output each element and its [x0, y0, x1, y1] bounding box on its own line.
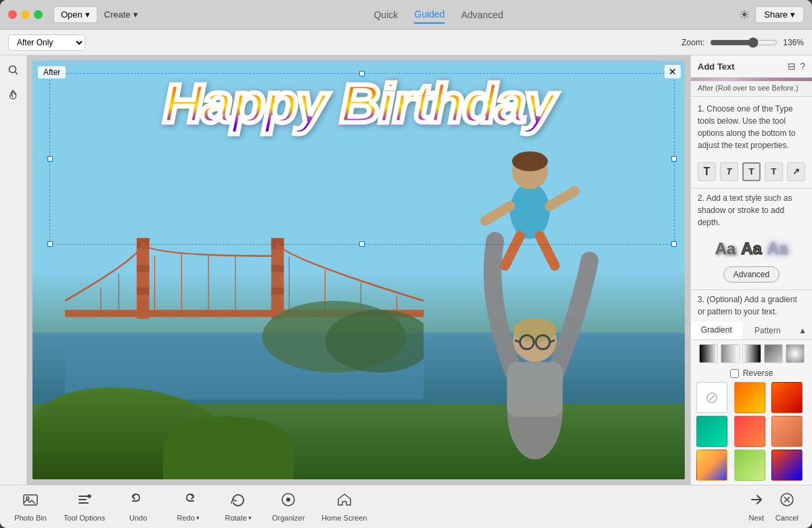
chevron-down-icon: ▾ — [790, 9, 795, 20]
type-tool-2[interactable]: T — [720, 162, 738, 181]
maximize-button[interactable] — [34, 10, 43, 19]
bw-gradient-row — [691, 340, 812, 367]
close-button[interactable] — [8, 10, 17, 19]
photo-bin-icon — [22, 491, 39, 512]
swatch-peach[interactable] — [771, 416, 803, 447]
hand-tool-icon[interactable] — [4, 85, 23, 104]
view-select[interactable]: After Only Before Only Before & After — [8, 34, 85, 51]
handle-bl[interactable] — [47, 241, 53, 247]
tab-pattern[interactable]: Pattern — [742, 322, 794, 339]
sun-icon[interactable]: ☀ — [739, 7, 750, 22]
panel-minimize-button[interactable]: ⊟ — [788, 61, 796, 72]
reverse-label[interactable]: Reverse — [743, 368, 773, 378]
traffic-lights — [8, 10, 43, 19]
svg-point-46 — [286, 498, 290, 502]
panel-icon-row: ⊟ ? — [788, 61, 805, 72]
zoom-slider[interactable] — [710, 37, 777, 48]
photo-bin-tool[interactable]: Photo Bin — [14, 491, 47, 522]
undo-tool[interactable]: Undo — [121, 491, 155, 522]
cancel-button[interactable]: Cancel — [775, 491, 798, 522]
panel-help-button[interactable]: ? — [800, 61, 805, 72]
reverse-checkbox[interactable] — [730, 369, 739, 378]
swatch-yellow-green[interactable] — [734, 450, 765, 481]
svg-rect-7 — [137, 287, 150, 295]
birthday-text-container: Happy Birthday — [53, 74, 664, 133]
step2-text: 2. Add a text style such as shadow or st… — [691, 189, 812, 234]
redo-tool[interactable]: Redo ▾ — [171, 491, 205, 522]
titlebar: Open ▾ Create ▾ Quick Guided Advanced ☀ … — [0, 0, 812, 30]
share-label: Share — [764, 9, 788, 20]
bottom-tools-group: Photo Bin Tool Options — [14, 491, 748, 522]
organizer-tool[interactable]: Organizer — [271, 491, 305, 522]
rotate-icon — [230, 491, 246, 512]
home-screen-tool[interactable]: Home Screen — [321, 491, 367, 522]
main-area: After ✕ — [0, 55, 812, 485]
type-tools-row: T T T T ↗ — [691, 157, 812, 187]
gradient-thumb-5[interactable] — [786, 344, 805, 363]
handle-ml[interactable] — [47, 156, 53, 162]
reverse-row: Reverse — [691, 367, 812, 379]
minimize-button[interactable] — [21, 10, 30, 19]
tab-quick[interactable]: Quick — [374, 7, 398, 23]
gradient-thumb-2[interactable] — [721, 344, 740, 363]
type-tool-3[interactable]: T — [742, 162, 761, 181]
svg-rect-41 — [78, 496, 91, 497]
zoom-label: Zoom: — [681, 38, 704, 47]
tool-options-tool[interactable]: Tool Options — [64, 491, 105, 522]
redo-icon — [180, 491, 196, 512]
tab-advanced[interactable]: Advanced — [461, 7, 503, 23]
style-shadow[interactable]: Aa — [715, 239, 736, 258]
toolbar: After Only Before Only Before & After Zo… — [0, 30, 812, 55]
canvas-area: After ✕ — [27, 55, 690, 485]
gradient-thumb-1[interactable] — [699, 344, 718, 363]
create-button[interactable]: Create ▾ — [104, 9, 138, 20]
swatch-red-orange[interactable] — [734, 416, 765, 447]
gradient-thumb-3[interactable] — [742, 344, 761, 363]
svg-line-37 — [505, 236, 520, 266]
rotate-label: Rotate — [225, 514, 246, 522]
svg-line-35 — [485, 206, 510, 221]
collapse-button[interactable]: ▲ — [793, 322, 812, 339]
cancel-icon — [779, 491, 795, 512]
redo-dropdown-arrow: ▾ — [196, 514, 200, 521]
undo-icon — [130, 491, 146, 512]
swatch-teal-green[interactable] — [696, 416, 727, 447]
next-button[interactable]: Next — [748, 491, 765, 522]
handle-mr[interactable] — [671, 156, 677, 162]
search-icon[interactable] — [4, 61, 23, 80]
swatch-orange-red[interactable] — [771, 382, 803, 413]
open-button[interactable]: Open ▾ — [53, 6, 97, 23]
panel-title: Add Text — [698, 62, 735, 72]
advanced-button[interactable]: Advanced — [723, 266, 780, 283]
tab-guided[interactable]: Guided — [414, 6, 445, 24]
type-tool-1[interactable]: T — [698, 162, 716, 181]
rotate-tool[interactable]: Rotate ▾ — [221, 491, 255, 522]
swatch-red-blue[interactable] — [771, 450, 803, 481]
style-stroke[interactable]: Aa — [741, 239, 762, 258]
canvas-close-button[interactable]: ✕ — [664, 65, 681, 78]
svg-rect-11 — [271, 287, 284, 295]
type-tool-4[interactable]: T — [765, 162, 783, 181]
bottom-toolbar: Photo Bin Tool Options — [0, 485, 812, 528]
style-glow[interactable]: Aa — [767, 239, 788, 258]
zoom-value: 136% — [783, 38, 804, 47]
tab-gradient[interactable]: Gradient — [691, 322, 742, 339]
chevron-down-icon: ▾ — [85, 9, 90, 20]
handle-br[interactable] — [671, 241, 677, 247]
rotate-label-row: Rotate ▾ — [225, 514, 251, 522]
next-label: Next — [748, 514, 764, 522]
type-tool-5[interactable]: ↗ — [787, 162, 805, 181]
canvas-label: After — [38, 66, 66, 78]
swatch-rainbow[interactable] — [696, 450, 727, 481]
tool-options-icon — [76, 491, 93, 512]
svg-rect-43 — [78, 502, 89, 504]
photo-background: Happy Birthday — [32, 61, 685, 479]
swatch-orange-yellow[interactable] — [734, 382, 765, 413]
next-icon — [748, 491, 765, 512]
tool-options-label: Tool Options — [64, 514, 105, 522]
share-button[interactable]: Share ▾ — [755, 6, 804, 23]
swatch-none[interactable] — [696, 382, 727, 413]
gradient-thumb-4[interactable] — [764, 344, 783, 363]
titlebar-right: ☀ Share ▾ — [739, 6, 804, 23]
zoom-section: Zoom: 136% — [681, 37, 804, 48]
